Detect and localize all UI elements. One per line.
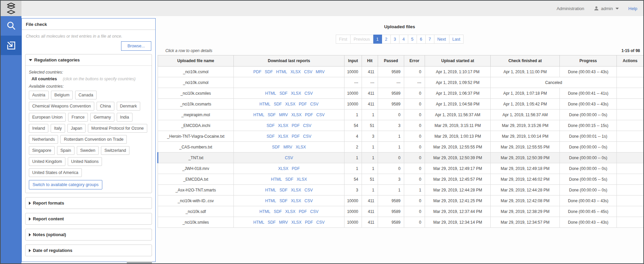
report-link-pdf[interactable]: PDF: [299, 209, 307, 214]
report-link-csv[interactable]: CSV: [304, 70, 313, 74]
country-button[interactable]: Ireland: [29, 124, 48, 133]
country-button[interactable]: Japan: [67, 124, 86, 133]
report-link-mrv[interactable]: MRV: [316, 70, 324, 74]
report-link-sdf[interactable]: SDF: [267, 134, 275, 139]
table-row[interactable]: _nci10k.csmol------------Apr 1, 2019, 1:…: [158, 77, 644, 88]
section-header[interactable]: Date of regulations: [25, 245, 152, 256]
report-link-sdf[interactable]: SDF: [279, 91, 287, 96]
report-link-csv[interactable]: CSV: [303, 134, 312, 139]
pagination-page-4[interactable]: 4: [399, 35, 408, 44]
sidebar-item-file-check[interactable]: [1, 36, 21, 55]
report-link-sdf[interactable]: SDF: [274, 102, 282, 106]
report-link-html[interactable]: HTML: [259, 209, 270, 214]
country-button[interactable]: European Union: [29, 113, 66, 122]
report-link-sdf[interactable]: SDF: [274, 209, 282, 214]
country-button[interactable]: Canada: [75, 91, 97, 99]
report-link-sdf[interactable]: SDF: [267, 123, 275, 128]
report-link-html[interactable]: HTML: [265, 91, 276, 96]
country-button[interactable]: China: [97, 102, 114, 111]
country-button[interactable]: India: [117, 113, 132, 122]
user-menu[interactable]: admin: [594, 6, 619, 11]
country-button[interactable]: Italy: [51, 124, 65, 133]
country-button[interactable]: Singapore: [29, 146, 55, 155]
table-row[interactable]: _TNT.txtCSV1100Mar 29, 2019, 12:50:39 PM…: [158, 152, 644, 163]
table-row[interactable]: _mepirapim.molHTMLSDFMRVXLSXPDFCSV1100Ap…: [158, 109, 644, 120]
regulation-categories-header[interactable]: Regulation categories: [25, 54, 152, 66]
table-row[interactable]: _JWH-018.mrvXLSXPDF1100Mar 29, 2019, 12:…: [158, 163, 644, 174]
table-row[interactable]: _Heroin-TNT-Viagra-Cocaine.txtSDFXLSXPDF…: [158, 131, 644, 142]
country-button[interactable]: France: [68, 113, 88, 122]
table-row[interactable]: _CAS-numbers.txtSDFMRVXLSX2110Mar 29, 20…: [158, 142, 644, 152]
table-row[interactable]: _EMCDDA.txtHTMLSDFXLSX545130Mar 29, 2019…: [158, 174, 644, 185]
report-link-sdf[interactable]: SDF: [272, 145, 280, 149]
table-row[interactable]: _nci10k.csmolPDFSDFHTMLXLSXCSVMRV1000041…: [158, 67, 644, 77]
report-link-csv[interactable]: CSV: [316, 113, 325, 117]
report-link-xlsx[interactable]: XLSX: [278, 166, 288, 171]
country-button[interactable]: Switzerland: [101, 146, 129, 155]
country-button[interactable]: United Kingdom: [29, 157, 65, 166]
switch-category-groups-button[interactable]: Switch to available category groups: [29, 180, 102, 189]
report-link-xlsx[interactable]: XLSX: [278, 123, 288, 128]
section-header[interactable]: Notes (optional): [25, 229, 152, 240]
report-link-pdf[interactable]: PDF: [292, 123, 300, 128]
report-link-xlsx[interactable]: XLSX: [291, 91, 301, 96]
report-link-pdf[interactable]: PDF: [292, 166, 300, 171]
report-link-mrv[interactable]: MRV: [279, 113, 288, 117]
report-link-html[interactable]: HTML: [259, 102, 270, 106]
country-button[interactable]: Spain: [57, 146, 74, 155]
country-button[interactable]: Chemical Weapons Convention: [29, 102, 94, 111]
table-row[interactable]: _nci10k-with-ID..csvHTMLSDFXLSXCSV100004…: [158, 195, 644, 206]
check-button[interactable]: Check: [127, 262, 152, 264]
pagination-page-1[interactable]: 1: [373, 35, 382, 44]
sidebar-item-search[interactable]: [1, 16, 21, 36]
report-link-csv[interactable]: CSV: [310, 102, 319, 106]
report-link-sdf[interactable]: SDF: [268, 220, 276, 225]
help-link[interactable]: Help: [628, 6, 637, 11]
report-link-mrv[interactable]: MRV: [279, 220, 288, 225]
country-button[interactable]: Netherlands: [29, 135, 58, 144]
section-header[interactable]: Report formats: [25, 197, 152, 209]
table-row[interactable]: _nci10k.sdfHTMLSDFXLSXPDFCSV100004119589…: [158, 206, 644, 217]
report-link-xlsx[interactable]: XLSX: [291, 188, 301, 192]
country-button[interactable]: Austria: [29, 91, 49, 99]
report-link-sdf[interactable]: SDF: [268, 113, 276, 117]
country-button[interactable]: Belgium: [51, 91, 73, 99]
table-row[interactable]: _nci10k.smilesHTMLSDFMRVXLSXPDFCSV100004…: [158, 217, 644, 228]
report-link-sdf[interactable]: SDF: [279, 199, 287, 203]
report-link-pdf[interactable]: PDF: [305, 113, 313, 117]
report-link-pdf[interactable]: PDF: [253, 70, 261, 74]
report-link-xlsx[interactable]: XLSX: [285, 209, 296, 214]
report-link-xlsx[interactable]: XLSX: [290, 70, 301, 74]
report-link-csv[interactable]: CSV: [305, 91, 313, 96]
table-row[interactable]: _EMCDDA.inchiSDFXLSXPDFCSV545130Mar 29, …: [158, 120, 644, 131]
report-link-html[interactable]: HTML: [265, 188, 276, 192]
report-link-sdf[interactable]: SDF: [265, 70, 273, 74]
pagination-page-2[interactable]: 2: [382, 35, 391, 44]
report-link-pdf[interactable]: PDF: [292, 134, 300, 139]
report-link-html[interactable]: HTML: [265, 199, 276, 203]
report-link-xlsx[interactable]: XLSX: [297, 177, 307, 182]
report-link-pdf[interactable]: PDF: [305, 220, 313, 225]
table-row[interactable]: _nci10k.cxsmilesHTMLSDFXLSXCSV1000041195…: [158, 88, 644, 99]
pagination-next[interactable]: Next: [434, 35, 449, 44]
report-link-html[interactable]: HTML: [271, 177, 282, 182]
report-link-csv[interactable]: CSV: [305, 199, 313, 203]
report-link-xlsx[interactable]: XLSX: [291, 113, 302, 117]
table-row[interactable]: _Asx-H2O-TNT.smartsHTMLSDFXLSXCSV3111Mar…: [158, 185, 644, 195]
table-row[interactable]: _nci10k.cxsmartsHTMLSDFXLSXPDFCSV1000041…: [158, 99, 644, 109]
pagination-page-7[interactable]: 7: [426, 35, 434, 44]
report-link-html[interactable]: HTML: [276, 70, 287, 74]
report-link-csv[interactable]: CSV: [316, 220, 325, 225]
section-header[interactable]: Report content: [25, 213, 152, 224]
pagination-page-6[interactable]: 6: [417, 35, 426, 44]
report-link-sdf[interactable]: SDF: [285, 177, 293, 182]
report-link-xlsx[interactable]: XLSX: [291, 199, 301, 203]
report-link-xlsx[interactable]: XLSX: [285, 102, 296, 106]
report-link-csv[interactable]: CSV: [285, 156, 293, 160]
report-link-html[interactable]: HTML: [253, 113, 264, 117]
country-button[interactable]: Denmark: [117, 102, 141, 111]
administration-link[interactable]: Administration: [556, 6, 584, 11]
report-link-pdf[interactable]: PDF: [299, 102, 307, 106]
report-link-csv[interactable]: CSV: [303, 123, 312, 128]
report-link-xlsx[interactable]: XLSX: [296, 145, 306, 149]
